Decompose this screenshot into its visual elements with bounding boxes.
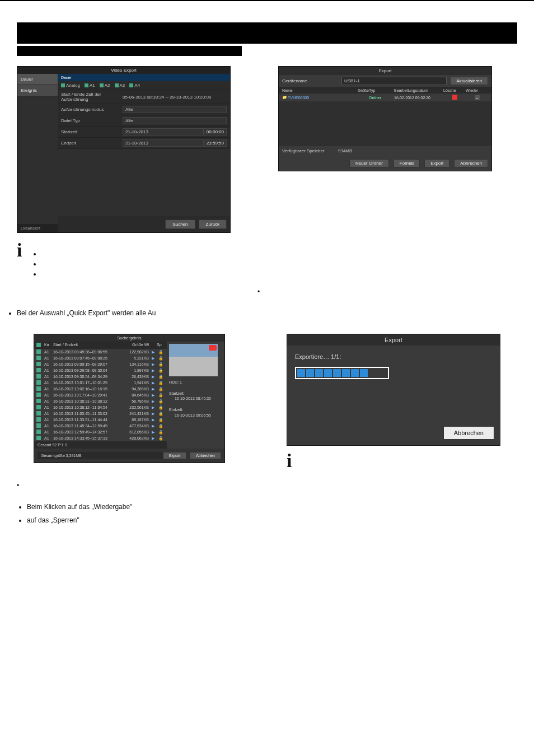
start-time-input[interactable]: 00:00:00 xyxy=(204,128,227,136)
play-icon[interactable]: ▶ xyxy=(149,362,157,367)
result-row[interactable]: A116-10-2013 10:02:16--10:16:1594,385KB▶ xyxy=(34,386,167,392)
row-time: 16-10-2013 09:07:45--09:08:25 xyxy=(53,356,121,360)
format-button[interactable]: Format xyxy=(394,159,420,167)
play-icon[interactable]: ▶ xyxy=(149,405,157,410)
play-icon[interactable]: ▶ xyxy=(149,418,157,422)
row-size: 134,116KB xyxy=(121,362,149,366)
row-checkbox[interactable] xyxy=(36,362,41,366)
row-size: 612,856KB xyxy=(121,430,149,434)
lock-icon[interactable] xyxy=(157,393,165,398)
lock-icon[interactable] xyxy=(157,356,165,361)
row-checkbox[interactable] xyxy=(36,430,41,434)
lock-icon[interactable] xyxy=(157,424,165,428)
end-time-input[interactable]: 23:59:59 xyxy=(204,139,227,147)
type-dropdown[interactable]: Alle xyxy=(123,117,227,124)
checkbox-a3[interactable] xyxy=(115,83,119,87)
row-checkbox[interactable] xyxy=(36,436,41,440)
result-export-button[interactable]: Export xyxy=(163,452,186,459)
row-checkbox[interactable] xyxy=(36,386,41,391)
row-checkbox[interactable] xyxy=(36,368,41,372)
row-checkbox[interactable] xyxy=(36,374,41,379)
result-row[interactable]: A116-10-2013 12:59:49--14:32:57612,856KB… xyxy=(34,429,167,435)
result-row[interactable]: A116-10-2013 10:01:17--10:01:251,941KB▶ xyxy=(34,380,167,386)
row-time: 16-10-2013 10:30:31--10:38:12 xyxy=(53,399,121,403)
sidebar-tab-dauer[interactable]: Dauer xyxy=(17,74,58,85)
row-checkbox[interactable] xyxy=(36,349,41,354)
result-row[interactable]: A116-10-2013 11:05:45--11:33:02241,421KB… xyxy=(34,410,167,417)
result-row[interactable]: A116-10-2013 09:29:58--09:30:041,897KB▶ xyxy=(34,367,167,374)
lock-icon[interactable] xyxy=(157,412,165,416)
row-channel: A1 xyxy=(44,387,53,391)
delete-icon[interactable] xyxy=(452,95,457,100)
sub-tab-dauer[interactable]: Dauer xyxy=(58,74,230,81)
cancel-button[interactable]: Abbrechen xyxy=(454,159,488,167)
play-icon[interactable]: ▶ xyxy=(149,356,157,361)
row-checkbox[interactable] xyxy=(36,405,41,409)
result-row[interactable]: A116-10-2013 10:17:04--10:29:4184,645KB▶ xyxy=(34,392,167,398)
lock-icon[interactable] xyxy=(157,362,165,367)
row-checkbox[interactable] xyxy=(36,356,41,360)
result-row[interactable]: A116-10-2013 10:30:31--10:38:1256,786KB▶ xyxy=(34,398,167,404)
play-icon[interactable]: – xyxy=(475,95,480,100)
start-date-input[interactable]: 21-10-2013 xyxy=(123,128,204,136)
play-icon[interactable]: ▶ xyxy=(149,375,157,379)
row-checkbox[interactable] xyxy=(36,399,41,403)
play-icon[interactable]: ▶ xyxy=(149,424,157,428)
lock-icon[interactable] xyxy=(157,368,165,373)
lock-icon[interactable] xyxy=(157,399,165,404)
checkbox-all[interactable] xyxy=(36,343,41,347)
row-time: 16-10-2013 10:38:12--11:04:54 xyxy=(53,405,121,409)
lock-icon[interactable] xyxy=(157,430,165,435)
row-checkbox[interactable] xyxy=(36,411,41,416)
lock-icon[interactable] xyxy=(157,436,165,441)
info-icon: i xyxy=(17,240,31,283)
checkbox-a1[interactable] xyxy=(85,83,88,87)
mode-dropdown[interactable]: Alle xyxy=(123,106,227,113)
checkbox-analog-all[interactable] xyxy=(61,83,65,87)
row-checkbox[interactable] xyxy=(36,417,41,422)
result-row[interactable]: A116-10-2013 09:07:45--09:08:255,331KB▶ xyxy=(34,355,167,361)
play-icon[interactable]: ▶ xyxy=(149,381,157,385)
export-title: Export xyxy=(279,67,491,75)
lock-icon[interactable] xyxy=(157,375,165,379)
result-row[interactable]: A116-10-2013 11:45:34--12:59:49477,534KB… xyxy=(34,423,167,429)
play-icon[interactable]: ▶ xyxy=(149,368,157,373)
row-time: 16-10-2013 11:33:51--11:44:44 xyxy=(53,418,121,422)
new-folder-button[interactable]: Neuer Ordner xyxy=(349,159,389,167)
sidebar-tab-ereignis[interactable]: Ereignis xyxy=(17,85,58,96)
result-cancel-button[interactable]: Abbrechen xyxy=(190,452,221,459)
checkbox-a4[interactable] xyxy=(129,83,133,87)
lock-icon[interactable] xyxy=(157,405,165,410)
play-icon[interactable]: ▶ xyxy=(149,430,157,435)
result-row[interactable]: A116-10-2013 09:09:15--09:29:07134,116KB… xyxy=(34,361,167,367)
search-button[interactable]: Suchen xyxy=(165,220,195,229)
back-button[interactable]: Zurück xyxy=(199,220,227,229)
lock-icon[interactable] xyxy=(157,418,165,422)
lock-icon[interactable] xyxy=(157,350,165,354)
checkbox-a2[interactable] xyxy=(100,83,104,87)
file-row[interactable]: 📁 TVHE08000 Ordner 16-02-2012 09:02:20 – xyxy=(279,94,491,101)
result-row[interactable]: A116-10-2013 09:30:54--09:34:2926,439KB▶ xyxy=(34,374,167,380)
lock-icon[interactable] xyxy=(157,381,165,385)
play-icon[interactable]: ▶ xyxy=(149,436,157,441)
row-checkbox[interactable] xyxy=(36,380,41,385)
row-checkbox[interactable] xyxy=(36,423,41,428)
start-label: Startzeit xyxy=(61,129,123,134)
result-row[interactable]: A116-10-2013 11:33:51--11:44:4489,187KB▶ xyxy=(34,417,167,423)
progress-cancel-button[interactable]: Abbrechen xyxy=(443,426,494,440)
play-icon[interactable]: ▶ xyxy=(149,399,157,404)
result-row[interactable]: A116-10-2013 08:45:36--09:06:55122,902KB… xyxy=(34,349,167,355)
row-checkbox[interactable] xyxy=(36,393,41,397)
lock-icon[interactable] xyxy=(157,387,165,391)
result-row[interactable]: A116-10-2013 10:38:12--11:04:54232,561KB… xyxy=(34,404,167,410)
play-icon[interactable]: ▶ xyxy=(149,393,157,398)
sidebar-liveview[interactable]: Liveansicht xyxy=(17,224,58,232)
result-row[interactable]: A116-10-2013 14:33:45--15:37:33428,062KB… xyxy=(34,435,167,441)
device-dropdown[interactable]: USB1-1 xyxy=(341,77,447,85)
end-date-input[interactable]: 21-10-2013 xyxy=(123,139,204,147)
play-icon[interactable]: ▶ xyxy=(149,387,157,391)
refresh-button[interactable]: Aktualisieren xyxy=(450,77,488,85)
export-button[interactable]: Export xyxy=(424,159,449,167)
play-icon[interactable]: ▶ xyxy=(149,412,157,416)
play-icon[interactable]: ▶ xyxy=(149,350,157,354)
